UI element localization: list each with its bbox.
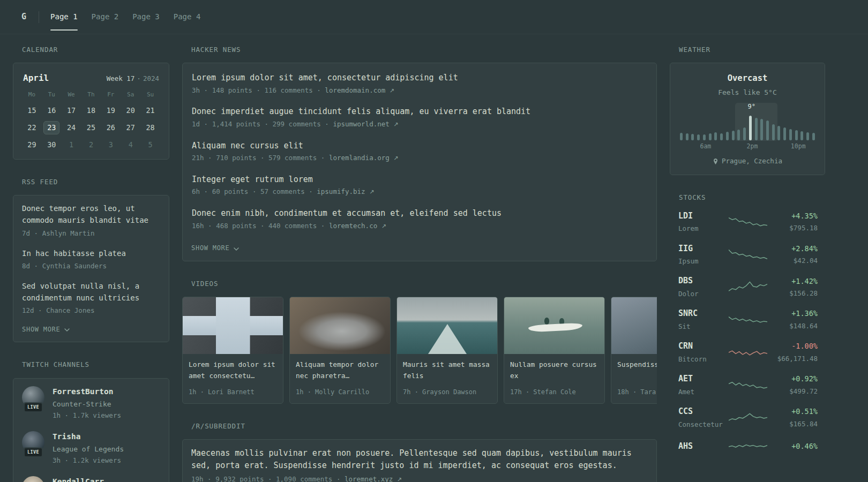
calendar-day: 30 <box>43 138 59 152</box>
tab-page-1[interactable]: Page 1 <box>50 0 78 34</box>
channel-name[interactable]: ForrestBurton <box>53 386 121 397</box>
stock-row[interactable]: AHS+0.46% <box>678 439 818 455</box>
weather-bar <box>766 120 769 140</box>
hn-item-source-link[interactable]: ipsumworld.net ↗ <box>333 120 398 128</box>
video-thumbnail <box>290 297 390 354</box>
weather-bar <box>737 130 740 140</box>
stock-sparkline-wrap <box>729 247 767 263</box>
show-more-button[interactable]: SHOW MORE <box>22 325 70 334</box>
stock-row[interactable]: AETAmet+0.92%$499.72 <box>678 373 818 397</box>
channel-avatar: LIVE <box>22 431 44 454</box>
stock-sparkline <box>729 279 767 295</box>
external-link-icon: ↗ <box>369 189 374 195</box>
hn-item-source-link[interactable]: loremlandia.org ↗ <box>329 154 399 162</box>
tab-page-2[interactable]: Page 2 <box>92 0 119 34</box>
stock-name: Ipsum <box>678 257 729 266</box>
hn-item-title[interactable]: Aliquam nec cursus elit <box>192 140 647 152</box>
channel-info: TrishaLeague of Legends3h · 1.2k viewers <box>53 431 124 466</box>
video-meta: 7h · Grayson Dawson <box>403 388 491 397</box>
stock-row[interactable]: CRNBitcorn-1.00%$66,171.48 <box>678 341 818 364</box>
stock-row[interactable]: CCSConsectetur+0.51%$165.84 <box>678 406 818 430</box>
stock-symbol: AHS <box>678 441 729 453</box>
channel-avatar: LIVE <box>22 386 44 409</box>
weather-widget: WEATHER Overcast Feels like 5°C 9° 6am2p… <box>670 45 825 175</box>
hn-item-title[interactable]: Integer eget rutrum lorem <box>192 174 647 186</box>
stock-price: $42.04 <box>767 256 818 266</box>
app-logo[interactable]: G <box>21 11 26 23</box>
stock-row[interactable]: LDILorem+4.35%$795.18 <box>678 210 818 234</box>
channel-info: ForrestBurtonCounter-Strike1h · 1.7k vie… <box>53 386 121 421</box>
stock-values: +0.46% <box>767 441 818 452</box>
stock-sparkline-wrap <box>729 439 767 455</box>
hn-item-title[interactable]: Donec imperdiet augue tincidunt felis al… <box>192 106 647 118</box>
stock-name: Sit <box>678 322 729 332</box>
videos-row: Lorem ipsum dolor sit amet consectetu…1h… <box>182 297 657 404</box>
stock-change: +1.36% <box>767 308 818 319</box>
nav-divider <box>39 11 39 23</box>
rss-widget: RSS FEED Donec tempor eros leo, ut commo… <box>13 177 169 342</box>
calendar-day: 27 <box>123 121 139 134</box>
stock-values: +2.84%$42.04 <box>767 244 818 266</box>
hn-item-title[interactable]: Lorem ipsum dolor sit amet, consectetur … <box>192 72 647 84</box>
calendar-dow-label: Sa <box>127 91 134 100</box>
weather-bar <box>812 133 815 140</box>
weather-bar <box>714 132 717 140</box>
subreddit-post-source-link[interactable]: loremnet.xyz ↗ <box>345 475 402 482</box>
weather-bar <box>691 134 694 140</box>
tab-page-3[interactable]: Page 3 <box>132 0 160 34</box>
weather-condition: Overcast <box>679 72 816 84</box>
video-card[interactable]: Aliquam tempor dolor nec pharetra…1h · M… <box>289 297 391 404</box>
stock-values: +1.36%$148.64 <box>767 308 818 331</box>
video-card[interactable]: Nullam posuere cursus ex17h · Stefan Col… <box>504 297 605 404</box>
stock-symbol: DBS <box>678 275 729 287</box>
weather-bar <box>755 118 758 140</box>
hn-item-title[interactable]: Donec enim nibh, condimentum et accumsan… <box>192 207 647 220</box>
stock-sparkline-wrap <box>729 312 767 328</box>
stock-row[interactable]: DBSDolor+1.42%$156.28 <box>678 275 818 299</box>
hn-item-source-link[interactable]: loremtech.co ↗ <box>329 222 386 230</box>
weather-hour-label: 10pm <box>791 142 806 151</box>
calendar-day: 5 <box>143 138 159 152</box>
show-more-button[interactable]: SHOW MORE <box>191 244 239 253</box>
hn-item-meta: 3h · 148 points · 116 comments · loremdo… <box>192 86 647 96</box>
channel-name[interactable]: KendallCarr <box>53 476 104 482</box>
weather-bar <box>743 127 746 140</box>
stock-name: Bitcorn <box>678 355 729 364</box>
stock-id: IIGIpsum <box>678 243 729 267</box>
hn-item: Donec enim nibh, condimentum et accumsan… <box>191 202 648 236</box>
stocks-widget-title: STOCKS <box>670 193 825 202</box>
stock-sparkline-wrap <box>729 377 767 393</box>
rss-item-title[interactable]: In hac habitasse platea <box>22 248 160 260</box>
twitch-widget-title: TWITCH CHANNELS <box>13 360 169 370</box>
twitch-channel-row[interactable]: LIVETrishaLeague of Legends3h · 1.2k vie… <box>22 431 160 466</box>
channel-info: KendallCarr <box>53 476 104 482</box>
hn-item-source-link[interactable]: ipsumify.biz ↗ <box>317 187 374 195</box>
video-meta: 18h · Tara <box>617 388 657 397</box>
video-card[interactable]: Lorem ipsum dolor sit amet consectetu…1h… <box>182 297 283 404</box>
rss-item-title[interactable]: Sed volutpat nulla nisl, a condimentum n… <box>22 281 160 304</box>
calendar-day: 18 <box>83 104 99 117</box>
chevron-down-icon <box>64 328 70 332</box>
calendar-day: 28 <box>143 121 159 134</box>
twitch-widget: TWITCH CHANNELS LIVEForrestBurtonCounter… <box>13 360 169 482</box>
subreddit-post-title[interactable]: Maecenas mollis pulvinar erat non posuer… <box>191 447 648 471</box>
stock-row[interactable]: SNRCSit+1.36%$148.64 <box>678 308 818 332</box>
video-card[interactable]: Suspendisse diam18h · Tara <box>611 297 657 404</box>
calendar-day: 25 <box>83 121 99 134</box>
rss-item-title[interactable]: Donec tempor eros leo, ut commodo mauris… <box>22 203 160 226</box>
stock-symbol: AET <box>678 373 729 385</box>
separator-dot: · <box>137 74 141 82</box>
stock-row[interactable]: IIGIpsum+2.84%$42.04 <box>678 243 818 267</box>
tab-page-4[interactable]: Page 4 <box>174 0 201 34</box>
video-card[interactable]: Mauris sit amet massa felis7h · Grayson … <box>396 297 498 404</box>
twitch-channel-row[interactable]: KendallCarr <box>22 476 160 482</box>
video-meta: 17h · Stefan Cole <box>510 388 598 397</box>
rss-item-meta: 12d · Chance Jones <box>22 306 160 316</box>
calendar-day: 3 <box>103 138 119 152</box>
channel-name[interactable]: Trisha <box>53 431 124 442</box>
twitch-channel-row[interactable]: LIVEForrestBurtonCounter-Strike1h · 1.7k… <box>22 386 160 421</box>
hn-item-source-link[interactable]: loremdomain.com ↗ <box>325 86 394 94</box>
calendar-year: 2024 <box>143 74 159 82</box>
stock-sparkline-wrap <box>729 410 767 426</box>
calendar-header: April Week 17·2024 <box>22 71 160 91</box>
